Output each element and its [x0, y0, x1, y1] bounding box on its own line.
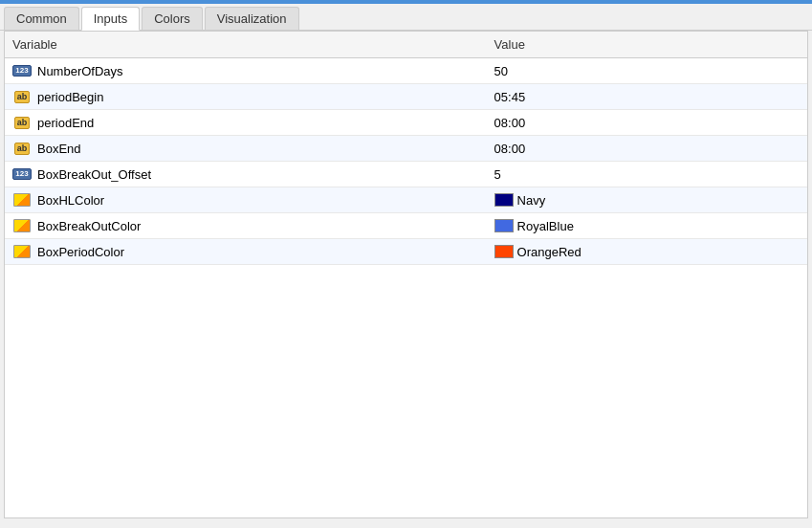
table-row[interactable]: periodEnd08:00 [5, 110, 807, 136]
variable-name: BoxBreakOutColor [37, 219, 141, 233]
variable-cell: BoxHLColor [5, 187, 487, 213]
variable-name: NumberOfDays [37, 64, 123, 78]
value-cell: 5 [487, 162, 807, 187]
table-row[interactable]: periodBegin05:45 [5, 84, 807, 110]
variable-value: RoyalBlue [517, 219, 574, 233]
variables-table: Variable Value NumberOfDays50periodBegin… [5, 32, 807, 265]
str-icon [12, 141, 32, 156]
color-icon [12, 244, 32, 259]
value-cell: 05:45 [487, 84, 807, 110]
str-icon [12, 89, 32, 104]
color-swatch [494, 219, 514, 232]
table-row[interactable]: BoxHLColorNavy [5, 187, 807, 213]
variable-cell: periodBegin [5, 84, 487, 110]
table-row[interactable]: BoxPeriodColorOrangeRed [5, 239, 807, 265]
variable-value: 5 [494, 167, 501, 182]
variable-value: 05:45 [494, 90, 526, 104]
variable-cell: BoxEnd [5, 136, 487, 162]
str-icon [12, 115, 32, 130]
color-icon [12, 218, 32, 233]
value-cell: 50 [487, 58, 807, 84]
variable-cell: BoxBreakOutColor [5, 213, 487, 239]
variable-value: 50 [494, 64, 508, 78]
variable-name: BoxHLColor [37, 193, 104, 208]
col-value: Value [487, 32, 807, 58]
variable-name: periodEnd [37, 116, 94, 130]
tab-visualization[interactable]: Visualization [205, 7, 299, 30]
col-variable: Variable [5, 32, 487, 58]
table-header-row: Variable Value [5, 32, 807, 58]
value-cell: 08:00 [487, 136, 807, 162]
variable-cell: NumberOfDays [5, 58, 487, 84]
table-row[interactable]: BoxEnd08:00 [5, 136, 807, 162]
variable-value: Navy [517, 193, 546, 208]
variable-name: BoxBreakOut_Offset [37, 167, 151, 182]
tab-bar: Common Inputs Colors Visualization [0, 4, 812, 31]
table-row[interactable]: NumberOfDays50 [5, 58, 807, 84]
variable-cell: BoxPeriodColor [5, 239, 487, 265]
variable-name: periodBegin [37, 90, 103, 104]
variable-value: 08:00 [494, 142, 526, 156]
variable-name: BoxPeriodColor [37, 245, 124, 259]
value-cell: 08:00 [487, 110, 807, 136]
tab-inputs[interactable]: Inputs [81, 7, 140, 31]
table-row[interactable]: BoxBreakOutColorRoyalBlue [5, 213, 807, 239]
int-icon [12, 63, 32, 78]
variable-name: BoxEnd [37, 142, 81, 156]
value-cell: Navy [487, 187, 807, 213]
content-area: Variable Value NumberOfDays50periodBegin… [4, 31, 808, 518]
tab-common[interactable]: Common [4, 7, 79, 30]
variable-value: 08:00 [494, 116, 526, 130]
color-swatch [494, 193, 514, 207]
int-icon [12, 166, 32, 182]
color-swatch [494, 245, 514, 258]
variable-cell: BoxBreakOut_Offset [5, 162, 487, 187]
color-icon [12, 192, 32, 208]
variable-cell: periodEnd [5, 110, 487, 136]
variable-value: OrangeRed [517, 245, 582, 259]
value-cell: RoyalBlue [487, 213, 807, 239]
table-row[interactable]: BoxBreakOut_Offset5 [5, 162, 807, 187]
tab-colors[interactable]: Colors [142, 7, 203, 30]
value-cell: OrangeRed [487, 239, 807, 265]
